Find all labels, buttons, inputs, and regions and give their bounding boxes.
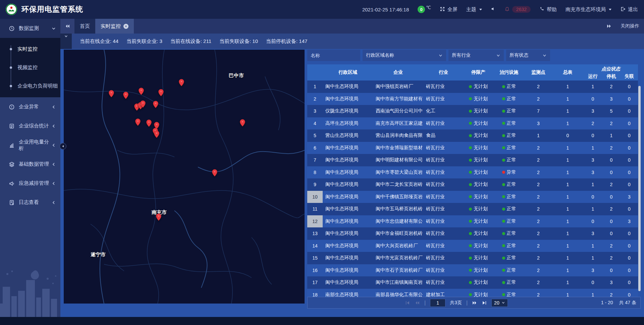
stat-value: 44 — [113, 38, 118, 44]
tabs-scroll-left-button[interactable] — [60, 19, 74, 34]
status-text: 正常 — [507, 132, 516, 139]
status-text: 无计划 — [474, 255, 488, 261]
chevron-down-icon — [501, 301, 505, 305]
sidebar-item-power-usage-analysis[interactable]: 企业用电量分析 — [0, 136, 60, 155]
table-row[interactable]: 1阆中生态环境局阆中强锐页岩砖厂砖瓦行业无计划正常21120 — [307, 80, 638, 93]
cell-monitor-points: 2 — [525, 93, 552, 105]
cell-region: 阆中生态环境局 — [323, 191, 373, 203]
page-size-select[interactable]: 20 — [491, 299, 508, 307]
status-dot — [502, 159, 505, 162]
table-row[interactable]: 17阆中生态环境局阆中市江南镇阆南页岩砖瓦行业无计划正常21030 — [307, 276, 638, 289]
sidebar-item-base-data-management[interactable]: 基础数据管理 — [0, 155, 60, 174]
mute-button[interactable] — [491, 6, 496, 12]
close-icon[interactable]: ✕ — [123, 24, 128, 29]
theme-dropdown[interactable]: 主题 — [466, 6, 482, 13]
table-row[interactable]: 12阆中生态环境局阆中市忠信建材有限公砖瓦行业无计划正常21003 — [307, 215, 638, 228]
table-row[interactable]: 15阆中生态环境局阆中市光富页岩机砖厂砖瓦行业无计划正常21120 — [307, 252, 638, 264]
table-row[interactable]: 4高坪生态环境局南充市高坪区王家店建砖瓦行业无计划正常31220 — [307, 117, 638, 130]
tab-实时监控[interactable]: 实时监控✕ — [95, 19, 134, 34]
panel-collapse-button[interactable] — [60, 143, 66, 150]
map-pin-icon[interactable] — [158, 89, 164, 97]
cell-row-number: 1 — [307, 80, 323, 93]
sidebar-item-log-view[interactable]: 日志查看 — [0, 193, 60, 212]
sidebar-item-enterprise-abnormal[interactable]: 企业异常 — [0, 97, 60, 116]
sidebar-subitem[interactable]: 实时监控 — [0, 40, 60, 58]
help-button[interactable]: 帮助 — [539, 6, 557, 13]
table-row[interactable]: 5营山生态环境局营山县润丰肉食品有限食品无计划正常10010 — [307, 129, 638, 142]
sidebar-item-emergency-reduction[interactable]: 应急减排管理 — [0, 174, 60, 193]
map-pin-icon[interactable] — [240, 119, 246, 127]
sidebar-subitem[interactable]: 企业电力负荷明细 — [0, 77, 60, 95]
notification-badge[interactable]: 2632 — [504, 6, 531, 13]
next-page-button[interactable] — [472, 300, 477, 306]
table-row[interactable]: 11阆中生态环境局阆中市五马桥页岩机砖砖瓦行业无计划正常21120 — [307, 203, 638, 215]
table-row[interactable]: 7阆中生态环境局阆中明阳建材有限公司砖瓦行业无计划正常21300 — [307, 154, 638, 166]
map-pin-icon[interactable] — [139, 88, 144, 95]
map-pin-icon[interactable] — [154, 130, 160, 138]
cell-company: 阆中强锐页岩砖厂 — [373, 80, 423, 93]
tab-bar: 首页实时监控✕ 关闭操作 — [60, 19, 644, 34]
fullscreen-button[interactable]: 全屏 — [440, 6, 458, 13]
map-pin-icon[interactable] — [140, 100, 146, 108]
status-dot — [502, 195, 505, 198]
temperature-unit: ℃ — [426, 5, 431, 10]
cell-company: 阆中市五马桥页岩机砖 — [373, 203, 423, 215]
table-row[interactable]: 18南部生态环境局南部县驰华化工有限公建材加工无计划正常21120 — [307, 289, 638, 297]
cell-treatment-status: 正常 — [493, 227, 525, 240]
table-row[interactable]: 14阆中生态环境局阆中大兴页岩机砖厂砖瓦行业无计划正常21120 — [307, 240, 638, 252]
status-dot — [469, 110, 472, 113]
page-number-input[interactable] — [430, 299, 445, 307]
table-scrollbar[interactable] — [638, 86, 641, 291]
table-row[interactable]: 13阆中生态环境局阆中市金福旺页岩机砖砖瓦行业无计划正常21300 — [307, 227, 638, 240]
name-search-input[interactable] — [307, 50, 360, 61]
cell-running: 2 — [584, 117, 602, 130]
table-row[interactable]: 6阆中生态环境局阆中市金博瑞新型墙材砖瓦行业无计划正常21120 — [307, 142, 638, 154]
chevron-left-icon — [52, 105, 56, 109]
map-pin-icon[interactable] — [123, 92, 129, 99]
map-pin-icon[interactable] — [109, 90, 114, 98]
logout-button[interactable]: 退出 — [620, 6, 638, 13]
status-dot — [502, 293, 505, 296]
table-row[interactable]: 10阆中生态环境局阆中千佛镇五郎垭页岩砖瓦行业无计划正常21003 — [307, 191, 638, 203]
industry-select[interactable]: 所有行业 — [448, 50, 504, 61]
table-row[interactable]: 3仪陇生态环境局西南油气田分公司川中化工无计划正常71350 — [307, 105, 638, 117]
status-dot — [502, 232, 505, 235]
map-pin-icon[interactable] — [212, 169, 218, 177]
sidebar-item-data-monitor[interactable]: 数据监测 — [0, 19, 60, 38]
megaphone-icon — [9, 180, 15, 186]
cell-stopped: 0 — [602, 227, 621, 240]
previous-page-button[interactable] — [415, 300, 420, 306]
map-pin-icon[interactable] — [146, 119, 152, 127]
cell-lost: 0 — [621, 154, 638, 166]
map-panel[interactable]: 巴中市南充市遂宁市 — [64, 50, 305, 304]
cell-lost: 0 — [621, 240, 638, 252]
last-page-button[interactable] — [482, 300, 487, 306]
cell-total-meter: 1 — [552, 215, 584, 228]
map-pin-icon[interactable] — [153, 101, 159, 108]
cell-total-meter: 1 — [552, 276, 584, 289]
column-header: 治污设施 — [493, 64, 525, 80]
sidebar-subitem[interactable]: 视频监控 — [0, 58, 60, 77]
table-row[interactable]: 8阆中生态环境局阆中市枣碧大梁山页岩砖瓦行业无计划异常21300 — [307, 166, 638, 179]
status-select[interactable]: 所有状态 — [506, 50, 550, 61]
tab-首页[interactable]: 首页 — [74, 19, 95, 34]
map-pin-icon[interactable] — [135, 118, 141, 126]
table-row[interactable]: 9阆中生态环境局阆中市二龙长宝页岩砖砖瓦行业无计划正常21120 — [307, 178, 638, 191]
cell-region: 阆中生态环境局 — [323, 203, 373, 215]
stats-collapse-notch[interactable] — [60, 34, 72, 49]
cell-running: 0 — [584, 93, 602, 105]
sidebar-submenu: 实时监控视频监控企业电力负荷明细 — [0, 38, 60, 97]
close-actions-button[interactable]: 关闭操作 — [621, 23, 639, 29]
table-row[interactable]: 16阆中生态环境局阆中市石子页岩机砖厂砖瓦行业无计划正常21300 — [307, 264, 638, 277]
tabs-scroll-right-button[interactable] — [606, 23, 612, 29]
table-row[interactable]: 2阆中生态环境局阆中市南方节能建材有砖瓦行业无计划正常21030 — [307, 93, 638, 105]
status-dot — [469, 146, 472, 149]
status-dot — [469, 269, 472, 272]
sidebar-item-enterprise-statistics[interactable]: 企业综合统计 — [0, 116, 60, 136]
org-dropdown[interactable]: 南充市生态环境局 — [566, 6, 611, 13]
map-pin-icon[interactable] — [156, 213, 162, 221]
region-select[interactable]: 行政区域名称 — [363, 50, 446, 61]
map-pin-icon[interactable] — [179, 79, 184, 87]
first-page-button[interactable] — [405, 300, 410, 306]
first-page-icon — [405, 300, 410, 306]
